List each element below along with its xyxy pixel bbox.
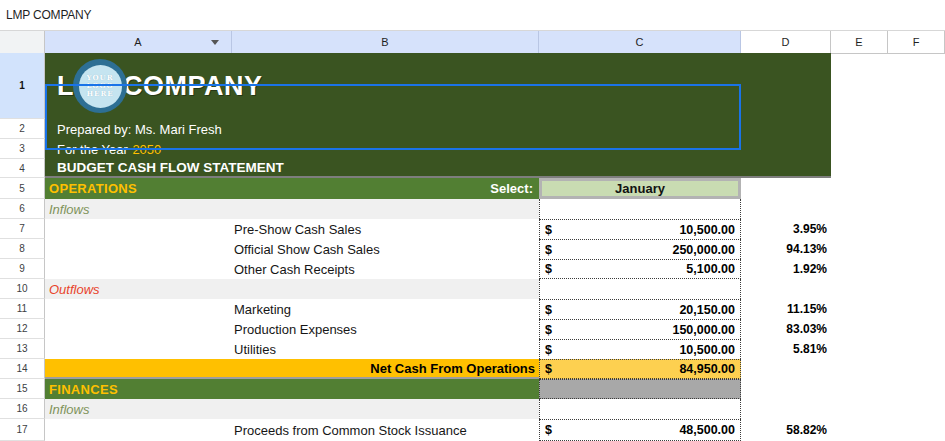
column-letter-a: A	[134, 36, 141, 48]
spreadsheet: A B C D E F 1 LMP COMPANY YOUR LOGO HERE…	[0, 30, 945, 441]
row-13: 13 Utilities $ 10,500.00 5.81%	[0, 339, 945, 359]
cell-label-other-cash-receipts[interactable]: Other Cash Receipts	[232, 259, 539, 279]
row-header-11[interactable]: 11	[0, 299, 45, 319]
cell-percent-utilities[interactable]: 5.81%	[741, 339, 831, 359]
column-header-a[interactable]: A	[45, 31, 232, 54]
sheet-name: LMP COMPANY	[6, 8, 91, 22]
column-letter-d: D	[782, 36, 790, 48]
cell-c16[interactable]	[539, 399, 741, 419]
row-4: 4 BUDGET CASH FLOW STATEMENT	[0, 159, 945, 178]
cell-label-production-expenses[interactable]: Production Expenses	[232, 319, 539, 339]
cell-c15-gray[interactable]	[539, 379, 741, 399]
cell-amount-utilities[interactable]: $ 10,500.00	[539, 339, 741, 359]
column-header-row: A B C D E F	[0, 30, 945, 53]
cell-d16[interactable]	[741, 399, 831, 419]
app-titlebar: LMP COMPANY	[0, 0, 945, 30]
row-10: 10 Outflows	[0, 279, 945, 299]
cell-a17[interactable]	[45, 419, 232, 441]
company-logo: YOUR LOGO HERE	[73, 59, 127, 113]
cell-statement-title[interactable]: BUDGET CASH FLOW STATEMENT	[45, 159, 831, 178]
row-header-16[interactable]: 16	[0, 399, 45, 419]
cell-a7[interactable]	[45, 219, 232, 239]
amount-value: 10,500.00	[679, 343, 735, 357]
column-header-e[interactable]: E	[831, 31, 888, 54]
cell-c6[interactable]	[539, 199, 741, 219]
cell-d5[interactable]	[741, 178, 831, 199]
cell-operations-section[interactable]: OPERATIONS Select:	[45, 178, 539, 199]
cell-amount-production-expenses[interactable]: $ 150,000.00	[539, 319, 741, 339]
row-header-10[interactable]: 10	[0, 279, 45, 299]
cell-percent-production-expenses[interactable]: 83.03%	[741, 319, 831, 339]
row-header-9[interactable]: 9	[0, 259, 45, 279]
row-2: 2 Prepared by: Ms. Mari Fresh	[0, 119, 945, 139]
row-header-14[interactable]: 14	[0, 359, 45, 379]
cell-a11[interactable]	[45, 299, 232, 319]
cell-percent-proceeds-common-stock[interactable]: 58.82%	[741, 419, 831, 441]
row-header-2[interactable]: 2	[0, 119, 45, 139]
column-letter-c: C	[636, 36, 644, 48]
column-header-f[interactable]: F	[888, 31, 945, 54]
cell-a8[interactable]	[45, 239, 232, 259]
row-header-13[interactable]: 13	[0, 339, 45, 359]
row-17: 17 Proceeds from Common Stock Issuance $…	[0, 419, 945, 441]
cell-a13[interactable]	[45, 339, 232, 359]
row-header-15[interactable]: 15	[0, 379, 45, 399]
row-header-1[interactable]: 1	[0, 53, 45, 119]
row-header-5[interactable]: 5	[0, 178, 45, 199]
row-9: 9 Other Cash Receipts $ 5,100.00 1.92%	[0, 259, 945, 279]
currency-symbol: $	[545, 262, 552, 276]
cell-inflows-operations[interactable]: Inflows	[45, 199, 539, 219]
row-header-7[interactable]: 7	[0, 219, 45, 239]
cell-d10[interactable]	[741, 279, 831, 299]
cell-prepared-by[interactable]: Prepared by: Ms. Mari Fresh	[45, 119, 831, 139]
cell-finances-section[interactable]: FINANCES	[45, 379, 539, 399]
cell-amount-other-cash-receipts[interactable]: $ 5,100.00	[539, 259, 741, 279]
cell-company-banner[interactable]: LMP COMPANY YOUR LOGO HERE	[45, 53, 831, 119]
cell-a9[interactable]	[45, 259, 232, 279]
cell-d15[interactable]	[741, 379, 831, 399]
cell-d14[interactable]	[741, 359, 831, 379]
row-header-8[interactable]: 8	[0, 239, 45, 259]
currency-symbol: $	[545, 243, 552, 257]
column-letter-b: B	[381, 36, 388, 48]
cell-inflows-finances[interactable]: Inflows	[45, 399, 539, 419]
column-header-d[interactable]: D	[741, 31, 831, 54]
cell-net-cash-from-operations-amount[interactable]: $ 84,950.00	[539, 359, 741, 379]
cell-percent-marketing[interactable]: 11.15%	[741, 299, 831, 319]
row-header-17[interactable]: 17	[0, 419, 45, 441]
cell-percent-pre-show-cash-sales[interactable]: 3.95%	[741, 219, 831, 239]
cell-percent-official-show-cash-sales[interactable]: 94.13%	[741, 239, 831, 259]
cell-amount-proceeds-common-stock[interactable]: $ 48,500.00	[539, 419, 741, 441]
column-header-b[interactable]: B	[232, 31, 539, 54]
currency-symbol: $	[545, 323, 552, 337]
operations-section-title: OPERATIONS	[49, 181, 137, 196]
row-5: 5 OPERATIONS Select: January	[0, 178, 945, 199]
row-header-3[interactable]: 3	[0, 139, 45, 159]
cell-label-utilities[interactable]: Utilities	[232, 339, 539, 359]
logo-line-3: HERE	[86, 90, 113, 98]
amount-value: 84,950.00	[679, 362, 735, 376]
year-value: 2050	[132, 142, 161, 157]
row-header-12[interactable]: 12	[0, 319, 45, 339]
row-8: 8 Official Show Cash Sales $ 250,000.00 …	[0, 239, 945, 259]
cell-net-cash-from-operations-label[interactable]: Net Cash From Operations	[45, 359, 539, 379]
cell-outflows-operations[interactable]: Outflows	[45, 279, 539, 299]
select-all-corner[interactable]	[0, 31, 45, 54]
cell-label-official-show-cash-sales[interactable]: Official Show Cash Sales	[232, 239, 539, 259]
cell-label-marketing[interactable]: Marketing	[232, 299, 539, 319]
column-header-c[interactable]: C	[539, 31, 741, 54]
row-header-6[interactable]: 6	[0, 199, 45, 219]
cell-for-the-year[interactable]: For the Year 2050	[45, 139, 831, 159]
cell-label-proceeds-common-stock[interactable]: Proceeds from Common Stock Issuance	[232, 419, 539, 441]
month-select-cell[interactable]: January	[539, 178, 741, 199]
cell-label-pre-show-cash-sales[interactable]: Pre-Show Cash Sales	[232, 219, 539, 239]
cell-a12[interactable]	[45, 319, 232, 339]
cell-amount-pre-show-cash-sales[interactable]: $ 10,500.00	[539, 219, 741, 239]
cell-percent-other-cash-receipts[interactable]: 1.92%	[741, 259, 831, 279]
cell-amount-official-show-cash-sales[interactable]: $ 250,000.00	[539, 239, 741, 259]
cell-amount-marketing[interactable]: $ 20,150.00	[539, 299, 741, 319]
column-menu-dropdown-icon[interactable]	[211, 40, 219, 45]
cell-c10[interactable]	[539, 279, 741, 299]
row-header-4[interactable]: 4	[0, 159, 45, 178]
cell-d6[interactable]	[741, 199, 831, 219]
